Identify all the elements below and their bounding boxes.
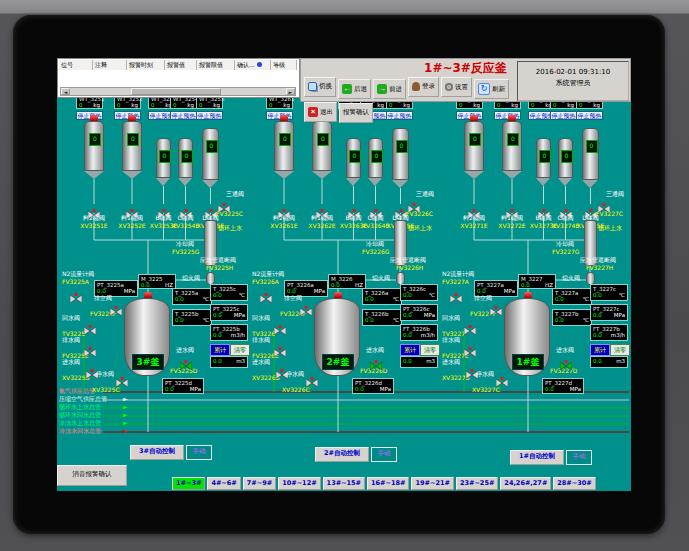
reactor-valve-icon[interactable] (370, 355, 382, 365)
tab-reactors-2[interactable]: 4#~6# (207, 477, 240, 490)
cooling-valve-label: 冷却阀 (556, 240, 574, 247)
reactor-valve-icon[interactable] (274, 342, 286, 352)
tab-reactors-4[interactable]: 10#~12# (278, 477, 320, 490)
reactor-valve-icon[interactable] (110, 301, 122, 311)
alarm-table-scrollbar[interactable]: ◄ ► (60, 87, 296, 96)
reactor-valve-icon[interactable] (180, 355, 192, 365)
tab-reactors-10[interactable]: 28#~30# (553, 477, 595, 490)
toolbar-button-login[interactable]: 登录 (408, 77, 439, 97)
reactor-valve-label: 进水阀 (366, 346, 384, 353)
feed-valve-icon[interactable] (316, 204, 328, 214)
alarm-column-4[interactable]: 报警限值 (197, 60, 235, 70)
tab-reactors-9[interactable]: 24,26#,27# (500, 477, 551, 490)
scroll-right-arrow[interactable]: ► (286, 88, 295, 95)
tab-reactors-8[interactable]: 23#~25# (456, 477, 498, 490)
alarm-column-1[interactable]: 注释 (93, 60, 127, 70)
preheat-button[interactable]: 停止预热 (196, 111, 223, 120)
temperature-display: T_3226a0.0℃ (362, 288, 402, 305)
auto-control-button[interactable]: 3#自动控制 (130, 445, 184, 460)
n2-flow-valve-icon[interactable] (260, 288, 272, 298)
totalizer-accumulate-button[interactable]: 累计 (210, 344, 230, 356)
instrument-unit: MPa (504, 288, 515, 295)
totalizer-accumulate-button[interactable]: 累计 (590, 344, 610, 356)
feed-valve-icon[interactable] (205, 204, 217, 214)
weight-unit: kg (377, 102, 384, 109)
alarm-column-6[interactable]: 等级 (271, 60, 297, 70)
reactor-valve-icon[interactable] (300, 301, 312, 311)
tab-reactors-6[interactable]: 16#~18# (367, 477, 409, 490)
flow-display: FT_3225b0.0m3/h (210, 324, 248, 341)
totalizer-value: 0.0 (403, 358, 412, 365)
preheat-button[interactable]: 停止预热 (170, 111, 197, 120)
instrument-unit: m3/h (231, 332, 245, 339)
feed-valve-icon[interactable] (88, 204, 100, 214)
reactor-valve-icon[interactable] (306, 372, 318, 382)
three-way-valve-icon[interactable] (408, 198, 420, 208)
reactor-valve-icon[interactable] (84, 320, 96, 330)
toolbar-button-refresh[interactable]: ↻刷新 (474, 79, 509, 99)
instrument-value: 0.0 (593, 292, 602, 299)
feed-valve-icon[interactable] (278, 204, 290, 214)
three-way-valve-icon[interactable] (218, 198, 230, 208)
feed-valve-icon[interactable] (395, 204, 407, 214)
emergency-shutoff-tag: FV3225H (206, 264, 233, 271)
reactor-valve-icon[interactable] (116, 372, 128, 382)
tab-reactors-1[interactable]: 1#~3# (172, 477, 205, 490)
toolbar-button-switch[interactable]: 切换 (304, 77, 336, 97)
alarm-column-0[interactable]: 位号 (59, 60, 93, 70)
tab-reactors-5[interactable]: 13#~15# (323, 477, 365, 490)
auto-control-button[interactable]: 2#自动控制 (315, 447, 369, 462)
tab-reactors-3[interactable]: 7#~9# (243, 477, 276, 490)
reactor-valve-icon[interactable] (560, 355, 572, 365)
reactor-valve-icon[interactable] (464, 320, 476, 330)
feed-tank (312, 121, 332, 171)
n2-flow-valve-icon[interactable] (450, 288, 462, 298)
feed-tank (202, 128, 219, 180)
feed-valve-icon[interactable] (180, 204, 192, 214)
reactor-valve-icon[interactable] (496, 372, 508, 382)
toolbar-button-alarm-ack[interactable]: 报警确认 (339, 103, 373, 123)
totalizer-reset-button[interactable]: 清零 (230, 344, 250, 356)
auto-control-button[interactable]: 1#自动控制 (510, 450, 564, 465)
feed-valve-icon[interactable] (370, 204, 382, 214)
alarm-column-5[interactable]: 确认... (235, 60, 271, 70)
totalizer-reset-button[interactable]: 清零 (610, 344, 630, 356)
alarm-column-3[interactable]: 报警值 (165, 60, 197, 70)
feed-valve-icon[interactable] (158, 204, 170, 214)
toolbar-button-forward[interactable]: →前进 (373, 79, 406, 99)
manual-mode-indicator: 手动 (186, 445, 212, 460)
pressure-display: PT_3227c0.0MPa (590, 304, 628, 321)
refresh-icon: ↻ (478, 83, 490, 95)
alarm-column-2[interactable]: 报警时刻 (127, 60, 165, 70)
feed-valve-icon[interactable] (348, 204, 360, 214)
feed-valve-icon[interactable] (585, 204, 597, 214)
toolbar-button-settings[interactable]: 设置 (441, 77, 472, 97)
feed-valve-icon[interactable] (538, 204, 550, 214)
preheat-button[interactable]: 停止预热 (386, 111, 413, 120)
forward-icon: → (377, 84, 387, 94)
preheat-button[interactable]: 停止预热 (550, 111, 577, 120)
feed-valve-icon[interactable] (126, 204, 138, 214)
feed-tank (582, 128, 599, 180)
tab-reactors-7[interactable]: 19#~21# (411, 477, 453, 490)
scroll-left-arrow[interactable]: ◄ (61, 88, 70, 95)
three-way-valve-icon[interactable] (598, 198, 610, 208)
mute-alarm-ack-button[interactable]: 消音报警确认 (57, 465, 127, 486)
instrument-value: 0.0 (355, 386, 364, 393)
totalizer-reset-button[interactable]: 清零 (420, 344, 440, 356)
reactor-valve-icon[interactable] (490, 301, 502, 311)
preheat-button[interactable]: 停止预热 (576, 111, 603, 120)
toolbar-button-exit[interactable]: ×退出 (304, 102, 337, 122)
reactor-valve-icon[interactable] (464, 342, 476, 352)
reactor-valve-icon[interactable] (274, 320, 286, 330)
feed-valve-icon[interactable] (468, 204, 480, 214)
n2-flow-valve-icon[interactable] (70, 288, 82, 298)
feed-valve-icon[interactable] (506, 204, 518, 214)
scroll-thumb[interactable] (131, 88, 221, 95)
totalizer-accumulate-button[interactable]: 累计 (400, 344, 420, 356)
reactor-valve-icon[interactable] (84, 342, 96, 352)
reactor-label-display: 2#釜 (322, 354, 354, 370)
toolbar-button-back[interactable]: ←后退 (338, 79, 371, 99)
feed-valve-icon[interactable] (560, 204, 572, 214)
weight-value: 0 (389, 102, 393, 109)
